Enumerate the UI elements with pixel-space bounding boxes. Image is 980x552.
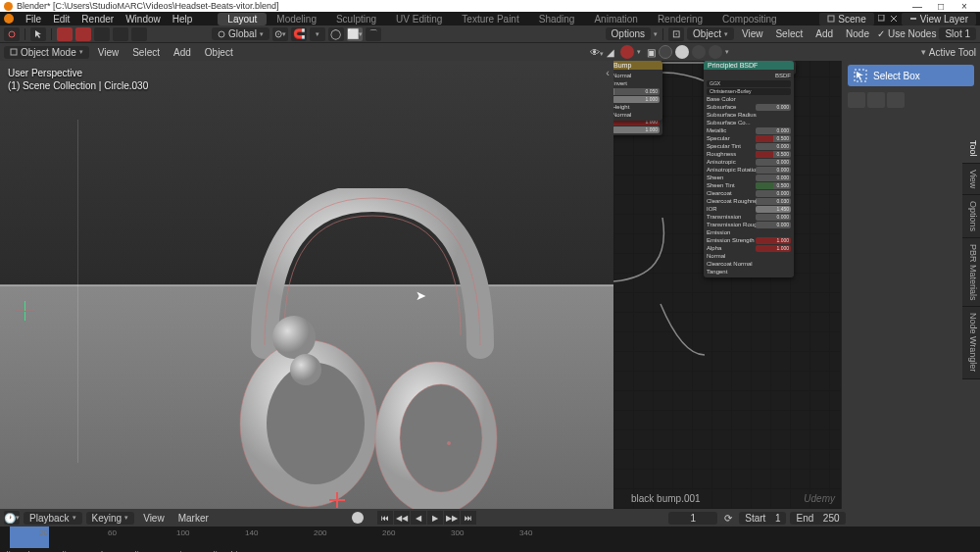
pivot-icon[interactable]: ⊙▾ (272, 27, 288, 41)
tool-option-2[interactable] (867, 92, 885, 108)
blender-logo-icon[interactable] (4, 14, 14, 24)
refresh-icon[interactable]: ⟳ (721, 511, 735, 525)
blender-app-icon (4, 2, 13, 11)
snap-icon-3[interactable] (94, 27, 110, 41)
autokey-icon[interactable] (352, 512, 364, 524)
node-principled-bsdf[interactable]: Principled BSDF BSDF GGXChristensen-Burl… (704, 61, 794, 277)
tab-texture[interactable]: Texture Paint (452, 13, 528, 25)
headphones-mesh[interactable] (235, 188, 510, 509)
tab-compositing[interactable]: Compositing (712, 13, 787, 25)
shading-solid-icon[interactable] (675, 45, 689, 59)
play-icon[interactable]: ▶ (427, 511, 443, 525)
vtab-tool[interactable]: Tool (962, 134, 980, 164)
axis-gizmo-icon[interactable] (15, 301, 34, 321)
select-tool-icon[interactable] (30, 27, 46, 41)
gizmo-icon[interactable]: ◢ (607, 47, 614, 58)
editor-type-icon[interactable]: ⊡ (668, 27, 684, 41)
proportional-icon[interactable]: ◯ (328, 27, 344, 41)
tab-animation[interactable]: Animation (584, 13, 647, 25)
node-bump[interactable]: Bump NormalInvert0.0501.000HeightNormal (613, 61, 662, 121)
frame-range[interactable]: Start 1 (739, 512, 786, 525)
mode-dropdown[interactable]: Object Mode▾ (4, 46, 89, 59)
options-dropdown[interactable]: Options (606, 27, 651, 40)
shading-rendered-icon[interactable] (709, 45, 722, 59)
keying-dropdown[interactable]: Keying▾ (86, 512, 135, 525)
node-editor[interactable]: 0.5000.0000.5000.0000.5000.0001.4501.000… (613, 61, 841, 509)
timeline-track[interactable]: 2060100140200260300340 (0, 527, 980, 548)
window-titlebar: Blender* [C:\Users\StudioMARC\Videos\Hea… (0, 0, 980, 12)
tool-option-1[interactable] (848, 92, 865, 108)
node-header[interactable]: Bump (613, 61, 662, 70)
shading-wireframe-icon[interactable] (659, 45, 672, 59)
snap-toggle-icon[interactable]: 🧲 (291, 27, 307, 41)
overlay-icon[interactable] (620, 45, 634, 59)
node-menu-select[interactable]: Select (770, 28, 808, 39)
curve-icon[interactable]: ⌒ (366, 27, 381, 41)
tool-option-3[interactable] (887, 92, 905, 108)
menu-render[interactable]: Render (75, 14, 120, 25)
timeline-view[interactable]: View (138, 513, 170, 524)
close-button[interactable]: × (953, 1, 976, 12)
scene-icon (827, 15, 835, 23)
next-key-icon[interactable]: ▶▶ (444, 511, 460, 525)
tab-sculpting[interactable]: Sculpting (326, 13, 386, 25)
orientation-dropdown[interactable]: Global▾ (212, 27, 270, 40)
jump-start-icon[interactable]: ⏮ (377, 511, 393, 525)
current-frame[interactable]: 1 (668, 512, 717, 525)
viewport-menu-view[interactable]: View (93, 47, 124, 58)
tab-uv[interactable]: UV Editing (386, 13, 452, 25)
snap-icon-2[interactable] (75, 27, 91, 41)
viewport-menu-object[interactable]: Object (200, 47, 238, 58)
viewport-menu-select[interactable]: Select (127, 47, 165, 58)
scene-selector[interactable]: Scene (819, 13, 873, 25)
prev-key-icon[interactable]: ◀◀ (394, 511, 410, 525)
tab-shading[interactable]: Shading (529, 13, 585, 25)
menu-edit[interactable]: Edit (47, 14, 75, 25)
tab-modeling[interactable]: Modeling (267, 13, 326, 25)
snap-icon-4[interactable] (113, 27, 128, 41)
timeline-editor-icon[interactable]: 🕐▾ (4, 511, 20, 525)
proportional-type-icon[interactable]: ⬜▾ (347, 27, 363, 41)
minimize-button[interactable]: — (906, 1, 929, 12)
copy-icon[interactable] (878, 15, 886, 23)
watermark: Udemy (804, 493, 835, 504)
3d-viewport[interactable]: User Perspective (1) Scene Collection | … (0, 61, 613, 509)
menu-file[interactable]: File (20, 14, 47, 25)
node-header[interactable]: Principled BSDF (704, 61, 794, 70)
tab-layout[interactable]: Layout (218, 13, 267, 25)
viewport-menu-add[interactable]: Add (169, 47, 196, 58)
timeline-marker[interactable]: Marker (173, 513, 214, 524)
vtab-wrangler[interactable]: Node Wrangler (962, 307, 980, 378)
play-rev-icon[interactable]: ◀ (411, 511, 426, 525)
object-dropdown[interactable]: Object▾ (687, 27, 734, 40)
shading-matprev-icon[interactable] (692, 45, 706, 59)
snap-icon-5[interactable] (131, 27, 147, 41)
n-panel-tabs: Tool View Options PBR Materials Node Wra… (962, 134, 980, 379)
snap-type-icon[interactable]: ▾ (310, 27, 325, 41)
playback-dropdown[interactable]: Playback▾ (24, 512, 82, 525)
toolbar: Global▾ ⊙▾ 🧲 ▾ ◯ ⬜▾ ⌒ Options ▾ ⊡ Object… (0, 25, 980, 43)
snap-icon[interactable] (57, 27, 73, 41)
frame-range-end[interactable]: End 250 (790, 512, 845, 525)
xray-icon[interactable]: ▣ (647, 47, 656, 58)
tab-rendering[interactable]: Rendering (648, 13, 712, 25)
close-icon[interactable] (890, 15, 898, 23)
viewlayer-selector[interactable]: View Layer (902, 13, 976, 25)
jump-end-icon[interactable]: ⏭ (461, 511, 476, 525)
node-menu-view[interactable]: View (737, 28, 768, 39)
vtab-view[interactable]: View (962, 164, 980, 195)
use-nodes-checkbox[interactable]: ✓ (877, 28, 885, 39)
maximize-button[interactable]: □ (929, 1, 953, 12)
slot-dropdown[interactable]: Slot 1 (939, 27, 976, 40)
vtab-options[interactable]: Options (962, 195, 980, 238)
node-menu-add[interactable]: Add (810, 28, 838, 39)
cursor-tool-icon[interactable] (4, 27, 20, 41)
node-menu-node[interactable]: Node (841, 28, 874, 39)
collapse-arrow-icon[interactable]: ‹ (606, 67, 610, 78)
visibility-icon[interactable]: 👁▾ (590, 47, 604, 58)
vtab-pbr[interactable]: PBR Materials (962, 238, 980, 308)
menu-help[interactable]: Help (167, 14, 199, 25)
active-tool-button[interactable]: Select Box (848, 65, 974, 86)
menu-window[interactable]: Window (120, 14, 167, 25)
select-box-icon (854, 69, 867, 82)
